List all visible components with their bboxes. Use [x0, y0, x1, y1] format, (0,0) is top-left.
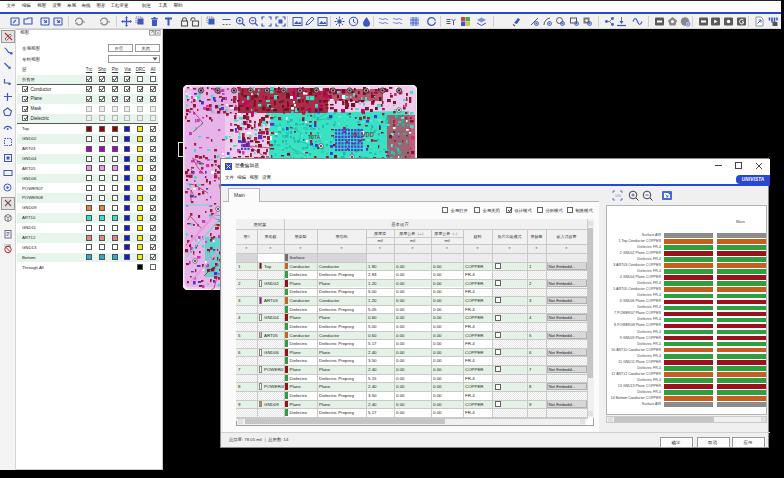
svg-text:TOTA: TOTA	[308, 135, 320, 141]
svg-text:LCFC: LCFC	[187, 90, 192, 101]
svg-text:COM: COM	[5, 244, 11, 248]
svg-text:100: 100	[615, 194, 621, 198]
svg-text:0_VDD: 0_VDD	[353, 131, 374, 139]
